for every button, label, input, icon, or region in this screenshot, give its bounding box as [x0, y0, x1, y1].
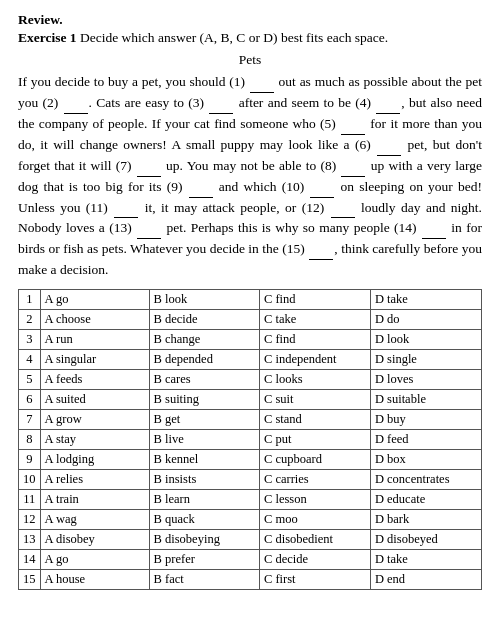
- answer-option-a: A stay: [40, 430, 149, 450]
- answer-option-c: C find: [259, 290, 370, 310]
- row-number: 5: [19, 370, 41, 390]
- answer-option-d: D feed: [370, 430, 481, 450]
- answer-option-d: D disobeyed: [370, 530, 481, 550]
- answer-option-d: D educate: [370, 490, 481, 510]
- answer-option-c: C cupboard: [259, 450, 370, 470]
- row-number: 3: [19, 330, 41, 350]
- answer-option-b: B cares: [149, 370, 259, 390]
- answer-option-d: D single: [370, 350, 481, 370]
- blank-7: [137, 176, 161, 177]
- answer-option-b: B decide: [149, 310, 259, 330]
- answer-option-d: D do: [370, 310, 481, 330]
- table-row: 7A growB getC standD buy: [19, 410, 482, 430]
- row-number: 2: [19, 310, 41, 330]
- table-row: 11A trainB learnC lessonD educate: [19, 490, 482, 510]
- answer-option-c: C looks: [259, 370, 370, 390]
- answer-option-a: A disobey: [40, 530, 149, 550]
- answer-option-c: C disobedient: [259, 530, 370, 550]
- answer-option-b: B insists: [149, 470, 259, 490]
- answer-option-c: C decide: [259, 550, 370, 570]
- table-row: 4A singularB dependedC independentD sing…: [19, 350, 482, 370]
- answer-option-c: C stand: [259, 410, 370, 430]
- answer-option-b: B learn: [149, 490, 259, 510]
- row-number: 4: [19, 350, 41, 370]
- answer-option-b: B disobeying: [149, 530, 259, 550]
- blank-12: [331, 217, 355, 218]
- answer-option-c: C lesson: [259, 490, 370, 510]
- exercise-instruction-text: Decide which answer (A, B, C or D) best …: [80, 30, 388, 45]
- answer-option-b: B live: [149, 430, 259, 450]
- row-number: 1: [19, 290, 41, 310]
- blank-1: [250, 92, 274, 93]
- table-row: 13A disobeyB disobeyingC disobedientD di…: [19, 530, 482, 550]
- table-row: 3A runB changeC findD look: [19, 330, 482, 350]
- answer-option-b: B look: [149, 290, 259, 310]
- row-number: 10: [19, 470, 41, 490]
- row-number: 13: [19, 530, 41, 550]
- answer-option-b: B quack: [149, 510, 259, 530]
- answer-option-a: A house: [40, 570, 149, 590]
- row-number: 12: [19, 510, 41, 530]
- answer-option-d: D suitable: [370, 390, 481, 410]
- answer-option-c: C independent: [259, 350, 370, 370]
- blank-10: [310, 197, 334, 198]
- answer-option-c: C take: [259, 310, 370, 330]
- answer-option-a: A singular: [40, 350, 149, 370]
- answer-option-b: B fact: [149, 570, 259, 590]
- answer-option-a: A relies: [40, 470, 149, 490]
- table-row: 5A feedsB caresC looksD loves: [19, 370, 482, 390]
- row-number: 7: [19, 410, 41, 430]
- answer-option-d: D take: [370, 290, 481, 310]
- answer-option-a: A go: [40, 550, 149, 570]
- blank-14: [422, 238, 446, 239]
- answer-option-a: A train: [40, 490, 149, 510]
- table-row: 14A goB preferC decideD take: [19, 550, 482, 570]
- answer-option-c: C carries: [259, 470, 370, 490]
- review-title: Review.: [18, 12, 482, 28]
- table-row: 12A wagB quackC mooD bark: [19, 510, 482, 530]
- table-row: 8A stayB liveC putD feed: [19, 430, 482, 450]
- table-row: 6A suitedB suitingC suitD suitable: [19, 390, 482, 410]
- answer-table: 1A goB lookC findD take2A chooseB decide…: [18, 289, 482, 590]
- answer-option-d: D end: [370, 570, 481, 590]
- table-row: 2A chooseB decideC takeD do: [19, 310, 482, 330]
- answer-option-a: A suited: [40, 390, 149, 410]
- answer-option-c: C first: [259, 570, 370, 590]
- table-row: 9A lodgingB kennelC cupboardD box: [19, 450, 482, 470]
- exercise-line: Exercise 1 Decide which answer (A, B, C …: [18, 30, 482, 46]
- answer-option-b: B prefer: [149, 550, 259, 570]
- answer-option-a: A choose: [40, 310, 149, 330]
- answer-option-a: A feeds: [40, 370, 149, 390]
- passage-title: Pets: [18, 52, 482, 68]
- row-number: 8: [19, 430, 41, 450]
- answer-option-b: B get: [149, 410, 259, 430]
- answer-option-d: D look: [370, 330, 481, 350]
- table-row: 15A houseB factC firstD end: [19, 570, 482, 590]
- row-number: 11: [19, 490, 41, 510]
- blank-11: [114, 217, 138, 218]
- exercise-label: Exercise 1: [18, 30, 77, 45]
- answer-option-d: D buy: [370, 410, 481, 430]
- answer-option-b: B depended: [149, 350, 259, 370]
- answer-option-d: D take: [370, 550, 481, 570]
- blank-9: [189, 197, 213, 198]
- answer-option-b: B change: [149, 330, 259, 350]
- answer-option-a: A run: [40, 330, 149, 350]
- row-number: 14: [19, 550, 41, 570]
- answer-option-a: A lodging: [40, 450, 149, 470]
- answer-option-a: A go: [40, 290, 149, 310]
- table-row: 10A reliesB insistsC carriesD concentrat…: [19, 470, 482, 490]
- answer-option-c: C put: [259, 430, 370, 450]
- blank-8: [341, 176, 365, 177]
- blank-2: [64, 113, 88, 114]
- blank-6: [377, 155, 401, 156]
- answer-option-c: C moo: [259, 510, 370, 530]
- row-number: 9: [19, 450, 41, 470]
- answer-option-b: B kennel: [149, 450, 259, 470]
- answer-option-b: B suiting: [149, 390, 259, 410]
- row-number: 15: [19, 570, 41, 590]
- answer-option-d: D loves: [370, 370, 481, 390]
- answer-option-a: A grow: [40, 410, 149, 430]
- blank-13: [137, 238, 161, 239]
- answer-option-d: D concentrates: [370, 470, 481, 490]
